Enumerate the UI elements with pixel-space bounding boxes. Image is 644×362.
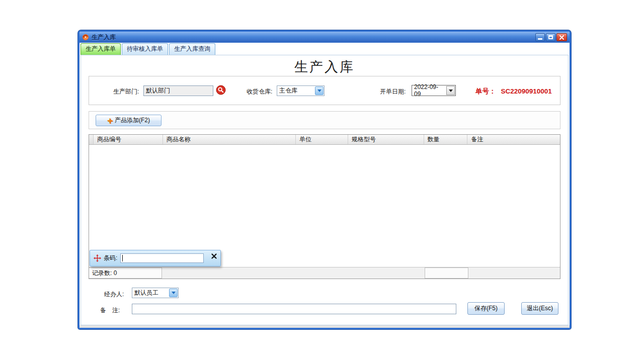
minimize-button[interactable] xyxy=(535,33,545,41)
column-header-spec-model[interactable]: 规格型号 xyxy=(348,135,424,144)
date-label: 开单日期: xyxy=(380,86,406,97)
column-header-remark[interactable]: 备注 xyxy=(467,135,560,144)
quantity-total-cell xyxy=(425,267,468,279)
triangle-down-icon[interactable] xyxy=(446,86,455,95)
tab-pending-audit-entries[interactable]: 待审核入库单 xyxy=(122,43,168,55)
chevron-down-icon[interactable] xyxy=(315,86,324,95)
barcode-input[interactable] xyxy=(120,253,204,263)
exit-button[interactable]: 退出(Esc) xyxy=(521,302,558,315)
record-count-cell: 记录数: 0 xyxy=(89,267,162,279)
close-button[interactable] xyxy=(556,33,567,41)
maximize-button[interactable] xyxy=(546,33,555,41)
red-move-arrows-icon[interactable] xyxy=(94,254,101,262)
x-icon xyxy=(211,253,217,259)
window-bottom-strip xyxy=(79,325,570,328)
column-header-product-name[interactable]: 商品名称 xyxy=(163,135,296,144)
record-count-value: 0 xyxy=(114,269,117,277)
grid-footer-row: 记录数: 0 xyxy=(89,267,560,279)
tab-page: 生产入库 生产部门: 收货仓库: 主仓库 xyxy=(80,55,569,325)
date-value: 2022-09-09 xyxy=(412,83,446,98)
remark-label: 备 注: xyxy=(100,305,120,315)
add-product-label: 产品添加(F2) xyxy=(115,116,150,125)
dept-label: 生产部门: xyxy=(113,86,139,97)
client-area: 生产入库单 待审核入库单 生产入库查询 生产入库 生产部门: 收货仓库: xyxy=(79,43,570,328)
text-caret xyxy=(122,255,123,261)
column-header-quantity[interactable]: 数量 xyxy=(424,135,468,144)
app-icon xyxy=(82,34,89,41)
close-icon xyxy=(559,35,564,40)
red-magnifier-icon xyxy=(216,85,226,95)
date-combo[interactable]: 2022-09-09 xyxy=(412,85,456,96)
column-header-unit[interactable]: 单位 xyxy=(296,135,348,144)
order-number-label: 单号： xyxy=(475,87,496,95)
warehouse-label: 收货仓库: xyxy=(247,86,272,97)
tab-production-entry-form[interactable]: 生产入库单 xyxy=(80,43,121,55)
remark-input[interactable] xyxy=(132,304,456,314)
barcode-panel-close-button[interactable] xyxy=(210,253,217,260)
warehouse-value: 主仓库 xyxy=(277,86,314,96)
title-bar[interactable]: 生产入库 xyxy=(79,32,570,43)
maximize-icon xyxy=(548,35,553,39)
barcode-label: 条码: xyxy=(104,254,117,262)
order-number-value: SC22090910001 xyxy=(501,87,552,95)
plus-icon: + xyxy=(107,116,113,125)
column-header-product-code[interactable]: 商品编号 xyxy=(94,135,163,144)
save-button[interactable]: 保存(F5) xyxy=(467,302,505,315)
add-product-button[interactable]: + 产品添加(F2) xyxy=(96,115,162,126)
operator-label: 经办人: xyxy=(104,289,124,299)
grid-header-row: 商品编号 商品名称 单位 规格型号 数量 备注 xyxy=(89,135,560,145)
grid-body-empty xyxy=(89,145,560,267)
window-title: 生产入库 xyxy=(92,33,116,42)
tab-production-entry-query[interactable]: 生产入库查询 xyxy=(169,43,215,55)
tab-strip: 生产入库单 待审核入库单 生产入库查询 xyxy=(80,43,215,55)
header-form-panel: 生产部门: 收货仓库: 主仓库 开单日期: 2 xyxy=(89,76,560,105)
toolbar-panel: + 产品添加(F2) xyxy=(89,111,560,129)
warehouse-combo[interactable]: 主仓库 xyxy=(277,85,325,96)
record-count-label: 记录数: xyxy=(92,269,114,277)
app-window: 生产入库 生产入库单 待审核入库单 生产入库查询 生产入库 生产部门: xyxy=(78,30,571,329)
dept-search-button[interactable] xyxy=(216,85,226,95)
minimize-icon xyxy=(538,38,542,40)
order-number: 单号：SC22090910001 xyxy=(475,86,552,97)
page-title: 生产入库 xyxy=(81,58,568,76)
chevron-down-icon[interactable] xyxy=(169,289,178,297)
operator-value: 默认员工 xyxy=(132,288,169,298)
dept-input[interactable] xyxy=(143,85,213,96)
barcode-panel: 条码: xyxy=(90,250,221,266)
row-indicator-header xyxy=(89,135,94,144)
operator-combo[interactable]: 默认员工 xyxy=(132,288,179,298)
